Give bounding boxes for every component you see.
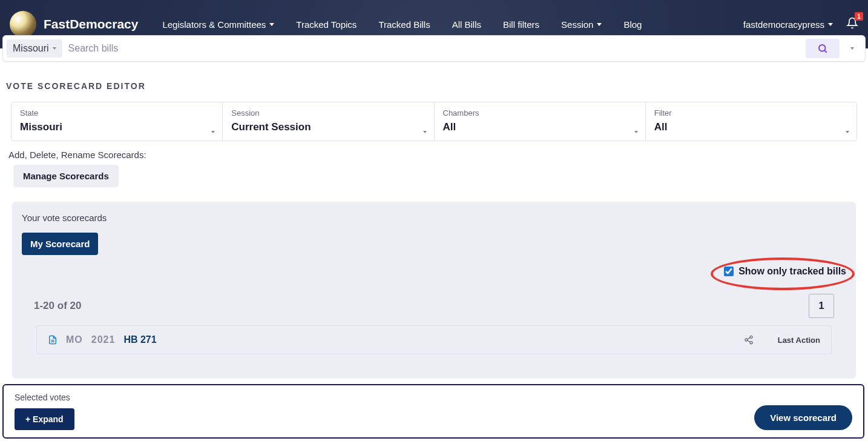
filter-value: Missouri xyxy=(20,121,214,133)
nav-all-bills[interactable]: All Bills xyxy=(452,19,481,30)
svg-point-0 xyxy=(819,45,826,51)
nav-blog[interactable]: Blog xyxy=(623,19,642,30)
caret-down-icon xyxy=(846,131,849,133)
page-number-button[interactable]: 1 xyxy=(809,294,834,318)
caret-down-icon xyxy=(53,47,56,50)
last-action-label: Last Action xyxy=(778,336,820,345)
scorecard-chip-my-scorecard[interactable]: My Scorecard xyxy=(22,233,98,255)
results-count: 1-20 of 20 xyxy=(34,300,81,312)
caret-down-icon xyxy=(634,131,638,133)
show-only-tracked-label: Show only tracked bills xyxy=(738,266,846,277)
notifications-button[interactable]: 1 xyxy=(846,17,858,31)
panel-label: Your vote scorecards xyxy=(22,213,846,223)
share-icon[interactable] xyxy=(744,335,754,345)
brand-area[interactable]: FastDemocracy xyxy=(10,11,138,38)
nav-tracked-bills[interactable]: Tracked Bills xyxy=(378,19,430,30)
filter-session[interactable]: Session Current Session xyxy=(223,102,434,141)
user-menu[interactable]: fastdemocracypress xyxy=(743,19,833,30)
filter-filter[interactable]: Filter All xyxy=(646,102,856,141)
chevron-down-icon xyxy=(828,23,833,26)
svg-point-6 xyxy=(750,342,752,344)
search-options-toggle[interactable] xyxy=(843,47,861,50)
filter-label: Filter xyxy=(654,108,848,118)
nav-bill-filters[interactable]: Bill filters xyxy=(503,19,539,30)
search-button[interactable] xyxy=(806,39,840,58)
filter-value: All xyxy=(443,121,637,133)
state-selector-label: Missouri xyxy=(13,43,49,54)
user-area: fastdemocracypress 1 xyxy=(743,17,858,31)
manage-instruction: Add, Delete, Rename Scorecards: xyxy=(8,150,862,160)
main-nav: Legislators & Committees Tracked Topics … xyxy=(162,19,743,30)
filter-chambers[interactable]: Chambers All xyxy=(435,102,646,141)
notification-badge: 1 xyxy=(855,12,863,21)
results-header: 1-20 of 20 1 xyxy=(34,294,834,318)
brand-name: FastDemocracy xyxy=(44,17,138,31)
bill-row[interactable]: MO 2021 HB 271 Last Action xyxy=(36,325,832,354)
nav-tracked-topics[interactable]: Tracked Topics xyxy=(296,19,357,30)
caret-down-icon xyxy=(423,131,427,133)
search-bar: Missouri xyxy=(2,35,866,62)
scorecards-panel: Your vote scorecards My Scorecard Show o… xyxy=(12,202,856,379)
show-tracked-row: Show only tracked bills xyxy=(22,266,846,277)
filter-row: State Missouri Session Current Session C… xyxy=(11,102,857,141)
manage-scorecards-button[interactable]: Manage Scorecards xyxy=(13,165,119,187)
chevron-down-icon xyxy=(269,23,274,26)
search-icon xyxy=(817,43,828,54)
filter-state[interactable]: State Missouri xyxy=(12,102,223,141)
nav-session[interactable]: Session xyxy=(561,19,602,30)
filter-label: Chambers xyxy=(443,108,637,118)
bill-number[interactable]: HB 271 xyxy=(123,334,156,345)
chevron-down-icon xyxy=(850,47,854,50)
eagle-logo-icon xyxy=(10,11,36,38)
caret-down-icon xyxy=(211,131,215,133)
filter-value: Current Session xyxy=(231,121,425,133)
svg-point-4 xyxy=(750,336,752,338)
svg-line-8 xyxy=(747,337,750,339)
chevron-down-icon xyxy=(597,23,602,26)
bill-year: 2021 xyxy=(91,334,116,345)
svg-point-5 xyxy=(745,339,748,341)
bill-state: MO xyxy=(66,334,83,345)
svg-line-1 xyxy=(824,50,826,52)
show-only-tracked-checkbox[interactable] xyxy=(724,267,734,276)
page-title: VOTE SCORECARD EDITOR xyxy=(6,81,862,91)
state-selector[interactable]: Missouri xyxy=(7,39,62,58)
filter-label: Session xyxy=(231,108,425,118)
document-icon xyxy=(48,334,58,345)
svg-line-7 xyxy=(747,340,750,342)
search-input[interactable] xyxy=(68,43,806,54)
nav-legislators[interactable]: Legislators & Committees xyxy=(162,19,274,30)
filter-value: All xyxy=(654,121,848,133)
filter-label: State xyxy=(20,108,214,118)
